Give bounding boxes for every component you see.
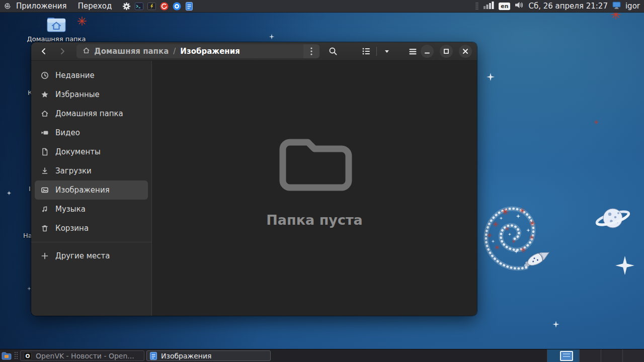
sidebar-item-label: Видео [55,128,80,137]
workspace-4[interactable] [622,349,644,362]
document-icon [41,148,49,156]
desktop-folder-icon[interactable] [0,349,13,362]
volume-icon[interactable] [515,1,524,11]
sidebar-item-label: Недавние [55,71,95,80]
sidebar-item-label: Другие места [55,251,110,260]
applications-menu[interactable]: Приложения [13,1,72,12]
plus-icon [41,252,49,260]
trash-icon [41,224,49,232]
sidebar-item-music[interactable]: Музыка [35,200,148,219]
desktop-label-fragment: I [29,185,31,193]
session-monitor-icon[interactable] [612,2,621,11]
sidebar-item-home[interactable]: Домашняя папка [35,104,148,123]
sidebar-item-label: Изображения [55,186,110,195]
sidebar-item-downloads[interactable]: Загрузки [35,161,148,180]
text-editor-icon[interactable] [185,2,194,11]
taskbar-grip-handle[interactable] [14,351,18,360]
vertical-dots-icon [310,47,312,55]
hamburger-icon [409,47,417,56]
folder-content-area[interactable]: Папка пуста [152,61,477,316]
taskbar-window-title: OpenVK - Новости - Open... [36,352,134,360]
sidebar-item-pictures[interactable]: Изображения [35,180,148,200]
sidebar-item-starred[interactable]: Избранные [35,85,148,104]
workspace-1[interactable] [547,349,579,362]
desktop-icon-label: Домашняя папка [27,35,86,43]
empty-folder-state: Папка пуста [266,135,363,228]
workspace-window-thumbnail [560,351,573,361]
sidebar-item-label: Загрузки [55,166,92,175]
file-manager-window: Домашняя папка / Изображения [31,42,477,316]
home-icon [41,110,49,118]
keyboard-layout-indicator[interactable]: en [499,3,510,10]
divider [376,47,377,56]
empty-folder-icon [277,135,352,191]
forward-button[interactable] [55,44,69,58]
clock-icon [41,71,49,79]
taskbar: O OpenVK - Новости - Open... Изображения [0,349,644,362]
terminal-icon[interactable] [134,2,143,11]
list-view-icon[interactable] [358,44,374,58]
close-button[interactable] [459,45,472,58]
maximize-icon [443,48,449,54]
openvk-icon: O [24,352,32,360]
maximize-button[interactable] [440,45,453,58]
empty-folder-message: Папка пуста [266,212,363,228]
breadcrumb[interactable]: Домашняя папка / Изображения [76,44,319,58]
breadcrumb-current[interactable]: Изображения [180,47,240,56]
top-panel: Приложения Переход [0,0,644,13]
minimize-button[interactable] [421,45,434,58]
download-icon [41,167,49,175]
back-button[interactable] [36,44,51,58]
taskbar-window-pictures[interactable]: Изображения [146,350,271,361]
places-menu[interactable]: Переход [73,1,117,12]
hamburger-menu-button[interactable] [405,44,421,58]
image-icon [41,186,49,194]
music-note-icon [41,205,49,213]
files-app-icon [150,352,157,360]
sidebar-item-trash[interactable]: Корзина [35,219,148,238]
sidebar-item-label: Музыка [55,205,86,214]
svg-text:O: O [26,352,30,358]
blue-circle-app-icon[interactable] [172,2,181,11]
places-sidebar: Недавние Избранные Домашняя папка Видео … [31,61,152,316]
sidebar-item-label: Корзина [55,224,89,233]
red-app-icon[interactable] [159,2,169,11]
sidebar-item-label: Избранные [55,90,100,99]
workspace-switcher [547,349,644,362]
taskbar-window-title: Изображения [161,352,211,360]
workspace-3[interactable] [601,349,622,362]
panel-grip-handle[interactable] [475,2,478,10]
breadcrumb-separator: / [173,47,176,56]
search-button[interactable] [326,44,341,58]
star-icon [41,90,49,99]
chevron-down-icon [383,48,390,55]
search-icon [329,47,338,56]
view-toggle-button[interactable] [358,44,395,58]
applications-menu-icon[interactable] [3,2,12,11]
close-icon [462,48,468,54]
sidebar-item-other-locations[interactable]: Другие места [35,246,148,265]
minimize-icon [424,48,430,54]
sidebar-item-documents[interactable]: Документы [35,142,148,161]
settings-gear-icon[interactable] [122,2,131,11]
sidebar-item-videos[interactable]: Видео [35,123,148,142]
network-signal-icon[interactable] [483,1,494,11]
home-icon [83,47,90,56]
headerbar: Домашняя папка / Изображения [31,42,477,61]
taskbar-window-openvk[interactable]: O OpenVK - Новости - Open... [20,350,144,361]
sidebar-item-recent[interactable]: Недавние [35,66,148,85]
desktop-home-folder-icon[interactable]: Домашняя папка [32,14,80,43]
view-options-dropdown[interactable] [379,44,395,58]
video-camera-icon [41,129,49,137]
path-options-button[interactable] [303,44,319,58]
panel-clock[interactable]: Сб, 26 апреля 21:27 [528,2,607,11]
workspace-2[interactable] [579,349,601,362]
sidebar-item-label: Домашняя папка [55,109,123,118]
sidebar-separator [31,242,151,242]
sidebar-item-label: Документы [55,147,101,156]
logged-in-user[interactable]: igor [625,2,640,11]
breadcrumb-root[interactable]: Домашняя папка [94,47,169,56]
spark-app-icon[interactable] [147,2,156,11]
home-folder-icon [45,14,68,34]
